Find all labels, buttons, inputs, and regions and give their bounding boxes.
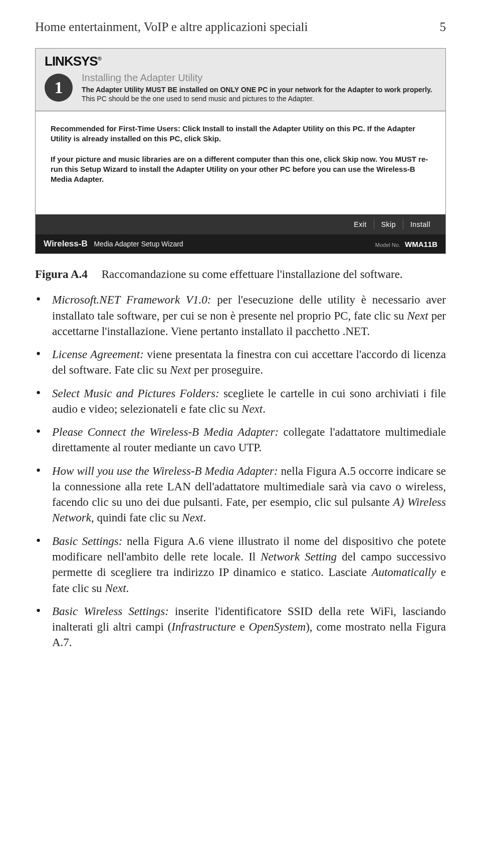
- body1e: .: [219, 134, 221, 143]
- bullet-list: Microsoft.NET Framework V1.0: per l'esec…: [35, 292, 446, 650]
- installer-body-para-2: If your picture and music libraries are …: [51, 154, 430, 185]
- body2b: Skip: [343, 155, 359, 163]
- text-run: Next: [182, 511, 203, 524]
- bb-product-text: Wireless-B: [44, 239, 88, 248]
- bb-sub-text: Media Adapter Setup Wizard: [94, 240, 183, 248]
- text-run: per proseguire.: [191, 364, 263, 376]
- list-item: Basic Wireless Settings: inserite l'iden…: [35, 604, 446, 651]
- text-run: .: [126, 582, 129, 595]
- text-run: Please Connect the Wireless-B Media Adap…: [52, 426, 279, 438]
- text-run: License Agreement:: [52, 348, 144, 361]
- installer-logo-row: LINKSYS®: [36, 49, 445, 72]
- text-run: Basic Settings:: [52, 535, 122, 547]
- bottombar-model: Model No. WMA11B: [375, 240, 437, 248]
- list-item: Please Connect the Wireless-B Media Adap…: [35, 424, 446, 456]
- body1d: Skip: [203, 134, 219, 143]
- header-title: Home entertainment, VoIP e altre applica…: [35, 20, 308, 34]
- list-item: Microsoft.NET Framework V1.0: per l'esec…: [35, 292, 446, 339]
- body1a: Recommended for First-Time Users: Click: [51, 124, 202, 133]
- figure-caption-text: Raccomandazione su come effettuare l'ins…: [102, 268, 403, 281]
- list-item: How will you use the Wireless-B Media Ad…: [35, 463, 446, 526]
- figure-label: Figura A.4: [35, 268, 88, 281]
- linksys-logo: LINKSYS®: [45, 54, 101, 69]
- text-run: Next: [170, 364, 191, 376]
- body2a: If your picture and music libraries are …: [51, 155, 343, 163]
- text-run: Next: [105, 582, 126, 595]
- text-run: .: [263, 403, 266, 415]
- installer-bottombar: Wireless-B Media Adapter Setup Wizard Mo…: [36, 234, 445, 253]
- installer-screenshot: LINKSYS® 1 Installing the Adapter Utilit…: [35, 48, 446, 254]
- list-item: Select Music and Pictures Folders: scegl…: [35, 386, 446, 417]
- list-item: Basic Settings: nella Figura A.6 viene i…: [35, 533, 446, 596]
- text-run: OpenSystem: [249, 621, 306, 633]
- text-run: e: [236, 621, 249, 633]
- bottombar-product: Wireless-B Media Adapter Setup Wizard: [44, 239, 183, 249]
- bb-model-value: WMA11B: [405, 240, 437, 248]
- installer-footer: Exit Skip Install: [36, 214, 445, 234]
- text-run: , quindi fate clic su: [91, 511, 182, 524]
- text-run: Microsoft.NET Framework V1.0:: [52, 294, 211, 306]
- skip-button[interactable]: Skip: [374, 219, 403, 229]
- page-header: Home entertainment, VoIP e altre applica…: [35, 20, 446, 34]
- bb-model-label: Model No.: [375, 242, 400, 248]
- text-run: .: [203, 511, 206, 524]
- text-run: Next: [242, 403, 263, 415]
- list-item: License Agreement: viene presentata la f…: [35, 347, 446, 378]
- text-run: Select Music and Pictures Folders:: [52, 387, 219, 400]
- step-description: The Adapter Utility MUST BE installed on…: [82, 86, 436, 103]
- installer-body-para-1: Recommended for First-Time Users: Click …: [51, 124, 430, 144]
- install-button[interactable]: Install: [403, 219, 437, 229]
- page-number: 5: [440, 20, 446, 34]
- text-run: Next: [407, 310, 428, 322]
- step-desc-bold: The Adapter Utility MUST BE installed on…: [82, 86, 432, 94]
- logo-reg: ®: [98, 56, 101, 62]
- exit-button[interactable]: Exit: [347, 219, 373, 229]
- text-run: How will you use the Wireless-B Media Ad…: [52, 465, 278, 477]
- text-run: Automatically: [371, 566, 436, 578]
- text-run: Network Setting: [261, 550, 337, 563]
- installer-top: LINKSYS® 1 Installing the Adapter Utilit…: [36, 49, 445, 112]
- figure-caption: Figura A.4 Raccomandazione su come effet…: [35, 268, 446, 281]
- installer-body: Recommended for First-Time Users: Click …: [36, 112, 445, 214]
- installer-window: LINKSYS® 1 Installing the Adapter Utilit…: [36, 49, 445, 253]
- step-title: Installing the Adapter Utility: [82, 72, 436, 84]
- logo-text: LINKSYS: [45, 54, 98, 69]
- text-run: Infrastructure: [171, 621, 235, 633]
- body1b: Install: [202, 124, 224, 133]
- text-run: Basic Wireless Settings:: [52, 605, 169, 618]
- step-badge: 1: [45, 74, 73, 102]
- installer-step-row: 1 Installing the Adapter Utility The Ada…: [36, 72, 445, 110]
- step-number: 1: [55, 78, 63, 97]
- step-text-block: Installing the Adapter Utility The Adapt…: [82, 72, 436, 103]
- step-desc-normal: This PC should be the one used to send m…: [82, 95, 314, 103]
